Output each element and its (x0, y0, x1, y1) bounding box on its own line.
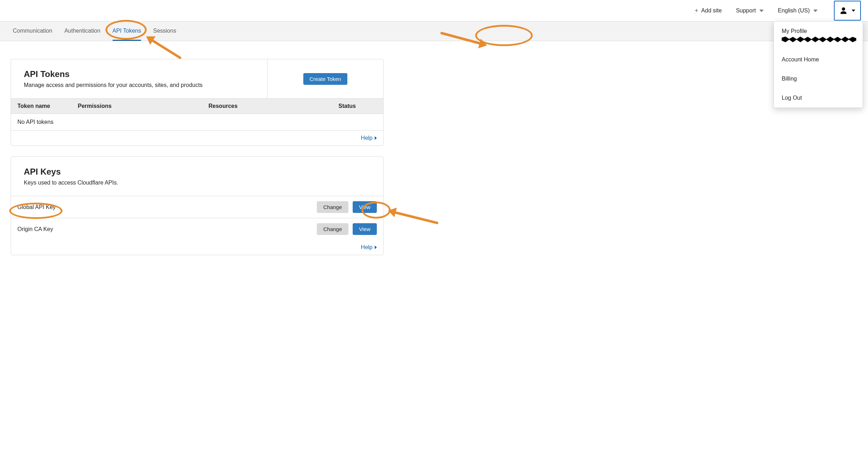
col-status: Status (338, 103, 377, 109)
api-keys-header: API Keys Keys used to access Cloudflare … (11, 157, 383, 196)
key-actions-origin: Change View (317, 223, 377, 235)
api-tokens-header-text: API Tokens Manage access and permissions… (11, 59, 267, 98)
redacted-email (782, 37, 856, 42)
api-tokens-header: API Tokens Manage access and permissions… (11, 59, 383, 98)
api-keys-header-text: API Keys Keys used to access Cloudflare … (11, 157, 383, 196)
caret-right-icon (375, 136, 377, 140)
tokens-empty-row: No API tokens (11, 114, 383, 131)
tokens-help-link[interactable]: Help (361, 135, 377, 141)
tab-authentication[interactable]: Authentication (64, 22, 100, 41)
view-button-global[interactable]: View (353, 201, 377, 213)
key-actions-global: Change View (317, 201, 377, 213)
add-site-button[interactable]: + Add site (695, 7, 722, 14)
keys-footer: Help (11, 240, 383, 255)
caret-down-icon (813, 10, 818, 12)
col-permissions: Permissions (78, 103, 208, 109)
support-dropdown[interactable]: Support (736, 7, 764, 14)
help-label: Help (361, 135, 373, 141)
top-bar: + Add site Support English (US) (0, 0, 868, 21)
api-keys-title: API Keys (24, 167, 370, 177)
view-button-origin[interactable]: View (353, 223, 377, 235)
add-site-label: Add site (701, 7, 722, 14)
key-name-origin: Origin CA Key (17, 226, 53, 232)
language-label: English (US) (778, 7, 810, 14)
menu-item-account-home[interactable]: Account Home (774, 50, 863, 69)
api-tokens-card: API Tokens Manage access and permissions… (11, 59, 384, 146)
api-tokens-subtitle: Manage access and permissions for your a… (24, 82, 254, 88)
api-tokens-title: API Tokens (24, 69, 254, 79)
caret-down-icon (759, 10, 764, 12)
caret-down-icon (852, 10, 855, 12)
keys-help-link[interactable]: Help (361, 244, 377, 251)
tokens-table-header: Token name Permissions Resources Status (11, 98, 383, 114)
change-button-global[interactable]: Change (317, 201, 348, 213)
tokens-footer: Help (11, 131, 383, 146)
user-menu-toggle[interactable] (834, 1, 861, 21)
col-token-name: Token name (17, 103, 78, 109)
key-row-origin: Origin CA Key Change View (11, 218, 383, 240)
api-keys-card: API Keys Keys used to access Cloudflare … (11, 157, 384, 255)
user-menu: My Profile Account Home Billing Log Out (774, 21, 863, 108)
create-token-button[interactable]: Create Token (303, 73, 348, 85)
tab-sessions[interactable]: Sessions (153, 22, 176, 41)
api-keys-subtitle: Keys used to access Cloudflare APIs. (24, 180, 370, 186)
tab-communication[interactable]: Communication (13, 22, 52, 41)
support-label: Support (736, 7, 756, 14)
key-name-global: Global API Key (17, 204, 56, 210)
menu-item-my-profile[interactable]: My Profile (774, 22, 863, 50)
menu-item-log-out[interactable]: Log Out (774, 88, 863, 108)
page-content: API Tokens Manage access and permissions… (0, 41, 394, 273)
tab-nav: Communication Authentication API Tokens … (0, 21, 868, 41)
tab-api-tokens[interactable]: API Tokens (113, 22, 141, 41)
caret-right-icon (375, 246, 377, 249)
user-icon (840, 7, 847, 15)
plus-icon: + (695, 7, 699, 14)
col-resources: Resources (208, 103, 338, 109)
language-dropdown[interactable]: English (US) (778, 7, 818, 14)
change-button-origin[interactable]: Change (317, 223, 348, 235)
menu-label-my-profile: My Profile (782, 28, 855, 34)
annotation-arrow (393, 211, 439, 224)
help-label: Help (361, 244, 373, 251)
api-tokens-header-actions: Create Token (267, 59, 383, 98)
key-row-global: Global API Key Change View (11, 196, 383, 218)
menu-item-billing[interactable]: Billing (774, 69, 863, 88)
